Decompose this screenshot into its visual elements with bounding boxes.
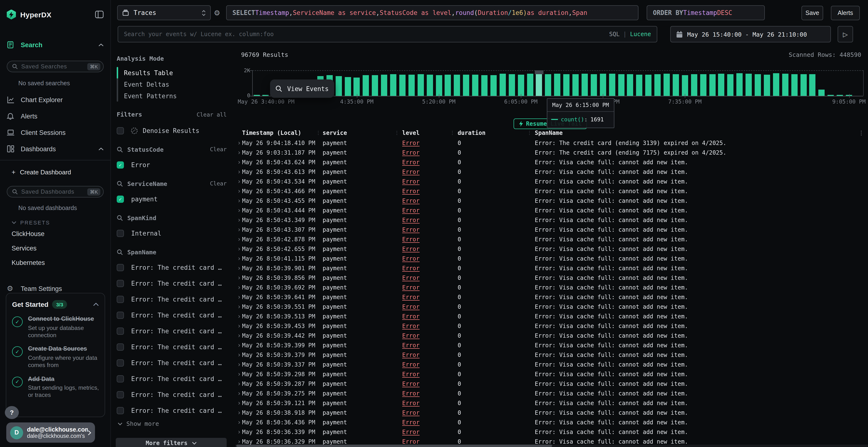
row-expand-chevron[interactable]: › [237, 351, 241, 358]
filter-checkbox[interactable] [117, 280, 124, 287]
row-expand-chevron[interactable]: › [237, 399, 241, 407]
histogram-bar[interactable] [773, 73, 779, 96]
analysis-mode-results-table[interactable]: Results Table [118, 67, 235, 78]
histogram-bar[interactable] [463, 75, 469, 96]
histogram-bar[interactable] [627, 74, 633, 96]
histogram-bar[interactable] [582, 74, 588, 96]
preset-item-clickhouse[interactable]: ClickHouse [11, 230, 104, 240]
show-more-button[interactable]: Show more [118, 420, 235, 427]
histogram-bar[interactable] [436, 75, 442, 96]
histogram-bar[interactable] [445, 75, 451, 96]
row-expand-chevron[interactable]: › [237, 168, 241, 175]
filter-checkbox[interactable] [117, 343, 124, 350]
alerts-button[interactable]: Alerts [831, 5, 860, 20]
histogram-bar[interactable] [591, 74, 597, 96]
event-search-box[interactable]: SQL | Lucene [118, 26, 657, 42]
cell-level[interactable]: Error [402, 149, 420, 156]
filter-option[interactable]: Error: The credit card … [117, 358, 227, 368]
save-button[interactable]: Save [802, 5, 823, 20]
filter-checkbox[interactable] [117, 230, 124, 237]
table-row[interactable]: ›May 26 8:50:43.613 PMpaymentError0Error… [235, 168, 868, 177]
row-expand-chevron[interactable]: › [237, 216, 241, 224]
row-expand-chevron[interactable]: › [237, 265, 241, 272]
histogram-bar[interactable] [709, 74, 715, 96]
histogram-bar[interactable] [818, 90, 825, 96]
table-row[interactable]: ›May 26 8:50:39.275 PMpaymentError0Error… [235, 389, 868, 399]
histogram-bar[interactable] [381, 75, 387, 96]
table-row[interactable]: ›May 26 8:50:43.349 PMpaymentError0Error… [235, 216, 868, 226]
table-row[interactable]: ›May 26 9:03:31.187 PMpaymentError0Error… [235, 148, 868, 158]
cell-level[interactable]: Error [402, 429, 420, 436]
lang-sql-option[interactable]: SQL [609, 31, 620, 38]
histogram-bar[interactable] [745, 74, 752, 96]
column-drag-handle[interactable]: ⋮ [527, 130, 532, 135]
table-row[interactable]: ›May 26 8:50:43.466 PMpaymentError0Error… [235, 187, 868, 197]
get-started-item[interactable]: ✓ Add Data Start sending logs, metrics, … [12, 376, 99, 399]
source-settings-gear-icon[interactable]: ⚙ [211, 8, 223, 17]
histogram-bar[interactable] [554, 74, 560, 96]
filter-option[interactable]: Internal [117, 228, 227, 238]
order-by-editor[interactable]: ORDER BY Timestamp DESC [647, 5, 765, 20]
cell-level[interactable]: Error [402, 246, 420, 252]
histogram-bar[interactable] [545, 74, 551, 96]
table-row[interactable]: ›May 26 8:50:39.399 PMpaymentError0Error… [235, 341, 868, 351]
filter-option[interactable]: Error: The credit card … [117, 374, 227, 383]
row-expand-chevron[interactable]: › [237, 226, 241, 233]
table-row[interactable]: ›May 26 8:50:41.115 PMpaymentError0Error… [235, 254, 868, 264]
histogram-bar[interactable] [609, 74, 615, 96]
table-row[interactable]: ›May 26 8:50:43.307 PMpaymentError0Error… [235, 226, 868, 235]
histogram-bar[interactable] [508, 74, 515, 96]
table-row[interactable]: ›May 26 8:50:39.692 PMpaymentError0Error… [235, 283, 868, 293]
row-expand-chevron[interactable]: › [237, 178, 241, 185]
table-row[interactable]: ›May 26 8:50:43.624 PMpaymentError0Error… [235, 158, 868, 168]
col-level[interactable]: level [402, 130, 420, 136]
histogram-bar[interactable] [764, 75, 770, 96]
cell-level[interactable]: Error [402, 352, 420, 358]
histogram-bar[interactable] [809, 74, 816, 96]
row-expand-chevron[interactable]: › [237, 207, 241, 214]
table-row[interactable]: ›May 26 8:50:39.298 PMpaymentError0Error… [235, 370, 868, 380]
saved-searches-field[interactable] [21, 63, 88, 70]
histogram-bar[interactable] [253, 95, 260, 96]
histogram-bar[interactable] [654, 74, 661, 96]
row-expand-chevron[interactable]: › [237, 159, 241, 166]
filter-option[interactable]: Error: The credit card … [117, 294, 227, 304]
cell-level[interactable]: Error [402, 159, 420, 166]
table-row[interactable]: ›May 26 8:50:39.901 PMpaymentError0Error… [235, 264, 868, 274]
row-expand-chevron[interactable]: › [237, 370, 241, 378]
histogram-bar[interactable] [572, 74, 579, 96]
table-row[interactable]: ›May 26 8:50:39.641 PMpaymentError0Error… [235, 293, 868, 303]
filter-checkbox[interactable] [117, 375, 124, 382]
table-row[interactable]: ›May 26 8:50:43.534 PMpaymentError0Error… [235, 177, 868, 187]
denoise-checkbox[interactable] [117, 127, 124, 134]
table-row[interactable]: ›May 26 8:50:39.287 PMpaymentError0Error… [235, 380, 868, 389]
histogram-bar[interactable] [782, 74, 788, 96]
histogram-bar[interactable] [691, 74, 697, 96]
query-language-toggle[interactable]: SQL | Lucene [609, 31, 651, 38]
table-row[interactable]: ›May 26 8:50:38.918 PMpaymentError0Error… [235, 409, 868, 418]
filter-option[interactable]: ✓payment [117, 194, 227, 204]
histogram-bar[interactable] [527, 74, 533, 96]
lang-lucene-option[interactable]: Lucene [630, 31, 651, 38]
row-expand-chevron[interactable]: › [237, 303, 241, 310]
histogram-bar[interactable] [399, 75, 406, 96]
help-button[interactable]: ? [5, 406, 19, 419]
histogram-bar[interactable] [262, 95, 269, 96]
cell-level[interactable]: Error [402, 284, 420, 291]
histogram-bar[interactable] [663, 74, 670, 96]
filter-checkbox[interactable] [117, 296, 124, 303]
user-profile-button[interactable]: D dale@clickhouse.com dale@clickhouse.co… [6, 422, 95, 443]
table-row[interactable]: ›May 26 8:50:39.856 PMpaymentError0Error… [235, 274, 868, 283]
row-expand-chevron[interactable]: › [237, 294, 241, 301]
histogram-bar[interactable] [673, 74, 679, 96]
histogram-bar[interactable] [518, 75, 524, 96]
cell-level[interactable]: Error [402, 342, 420, 349]
cell-level[interactable]: Error [402, 198, 420, 204]
row-expand-chevron[interactable]: › [237, 419, 241, 426]
histogram-bar[interactable] [682, 75, 688, 96]
cell-level[interactable]: Error [402, 361, 420, 368]
chevron-up-icon[interactable] [93, 303, 99, 306]
more-filters-button[interactable]: More filters [116, 438, 227, 447]
table-row[interactable]: ›May 26 8:50:39.379 PMpaymentError0Error… [235, 351, 868, 360]
saved-searches-input[interactable]: ⌘K [7, 61, 104, 72]
